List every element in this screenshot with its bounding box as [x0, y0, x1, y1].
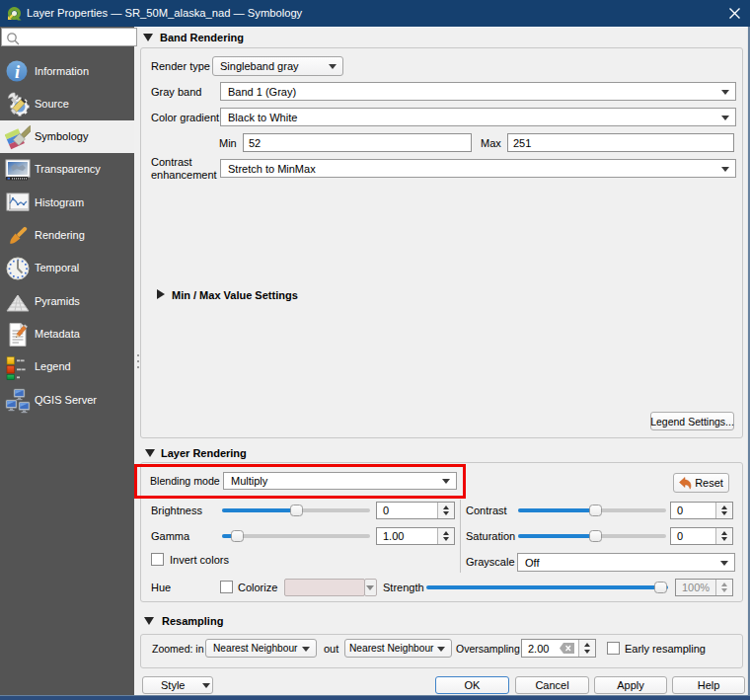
svg-text:i: i — [15, 61, 20, 81]
